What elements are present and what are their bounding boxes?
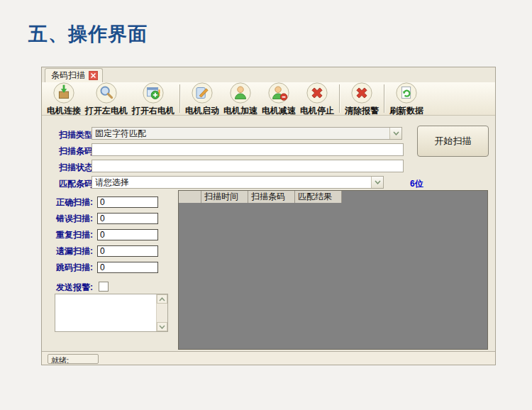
tab-label: 条码扫描 [51,70,85,82]
motor-stop-icon [306,82,328,106]
counter-row: 重复扫描: [56,228,158,241]
alarm-message-textarea[interactable] [55,294,156,331]
motor-stop-button[interactable]: 电机停止 [298,81,336,117]
scan-counters: 正确扫描: 错误扫描: 重复扫描: 遗漏扫描: 跳码扫描: [56,196,158,277]
motor-decelerate-button[interactable]: 电机减速 [260,81,298,117]
toolbar-button-label: 刷新数据 [389,106,423,116]
send-alarm-checkbox[interactable] [99,282,109,292]
skip-code-scan-label: 跳码扫描: [56,262,97,274]
toolbar-button-label: 清除报警 [345,106,379,116]
status-bar: 就绪: [42,351,495,365]
match-barcode-value: 请您选择 [92,177,371,189]
toolbar-button-label: 电机停止 [300,106,334,116]
toolbar-separator [179,84,180,113]
motor-connect-icon [52,82,75,106]
correct-scan-input[interactable] [97,196,158,208]
open-right-motor-button[interactable]: 打开右电机 [130,81,177,117]
app-window: 条码扫描 电机连接 打开左电机 打开右电机 电机启动 电机加速 [41,67,496,365]
table-header-blank[interactable] [179,191,201,203]
page-title: 五、操作界面 [28,21,148,47]
toolbar-button-label: 电机连接 [47,106,81,116]
scan-type-value: 固定字符匹配 [92,128,389,140]
error-scan-label: 错误扫描: [56,213,97,225]
repeat-scan-label: 重复扫描: [56,229,97,241]
toolbar-button-label: 电机加速 [223,106,257,116]
missed-scan-input[interactable] [97,245,158,257]
skip-code-scan-input[interactable] [97,262,158,273]
refresh-data-icon [395,82,418,106]
digit-count-label: 6位 [410,178,423,190]
motor-start-button[interactable]: 电机启动 [183,81,221,117]
start-scan-button[interactable]: 开始扫描 [417,126,489,157]
motor-connect-button[interactable]: 电机连接 [45,81,83,117]
scan-barcode-input[interactable] [92,143,404,156]
scan-status-label: 扫描状态: [59,162,96,174]
repeat-scan-input[interactable] [97,229,158,240]
motor-accelerate-icon [229,82,252,106]
scan-status-input[interactable] [92,160,404,172]
chevron-down-icon[interactable] [389,128,401,139]
scan-type-combobox[interactable]: 固定字符匹配 [92,127,402,140]
match-barcode-label: 匹配条码: [59,178,96,190]
status-text: 就绪: [48,354,99,364]
scroll-up-icon[interactable] [157,294,167,304]
scan-results-table[interactable]: 扫描时间 扫描条码 匹配结果 [178,190,488,350]
motor-start-icon [191,82,214,106]
table-header-match-result[interactable]: 匹配结果 [295,191,342,203]
open-right-motor-icon [142,82,165,106]
table-header-scan-time[interactable]: 扫描时间 [201,191,248,203]
scan-type-label: 扫描类型: [59,129,96,141]
refresh-data-button[interactable]: 刷新数据 [387,81,426,117]
counter-row: 遗漏扫描: [56,245,158,257]
table-header-scan-barcode[interactable]: 扫描条码 [248,191,295,203]
motor-accelerate-button[interactable]: 电机加速 [221,81,260,117]
toolbar: 电机连接 打开左电机 打开右电机 电机启动 电机加速 电机减速 电机停止 [42,82,495,116]
counter-row: 正确扫描: [56,196,158,209]
scroll-down-icon[interactable] [157,322,167,331]
open-left-motor-button[interactable]: 打开左电机 [83,81,130,117]
match-barcode-combobox[interactable]: 请您选择 [92,176,384,189]
close-icon[interactable] [89,71,98,80]
open-left-motor-icon [95,82,118,106]
toolbar-button-label: 打开右电机 [132,106,174,116]
missed-scan-label: 遗漏扫描: [56,245,97,257]
table-header-row: 扫描时间 扫描条码 匹配结果 [179,191,487,203]
clear-alarm-button[interactable]: 清除报警 [343,81,381,117]
toolbar-button-label: 电机启动 [185,106,219,116]
scrollbar[interactable] [156,294,167,331]
counter-row: 错误扫描: [56,212,158,225]
toolbar-button-label: 电机减速 [262,106,296,116]
clear-alarm-icon [350,82,373,106]
motor-decelerate-icon [267,82,290,106]
error-scan-input[interactable] [97,213,158,224]
toolbar-separator [339,84,340,113]
toolbar-button-label: 打开左电机 [85,106,128,116]
chevron-down-icon[interactable] [371,177,383,188]
toolbar-separator [384,84,384,113]
alarm-message-box [55,294,168,332]
correct-scan-label: 正确扫描: [56,196,97,209]
scan-barcode-label: 扫描条码: [59,145,96,157]
send-alarm-label: 发送报警: [56,282,93,294]
counter-row: 跳码扫描: [56,261,158,274]
